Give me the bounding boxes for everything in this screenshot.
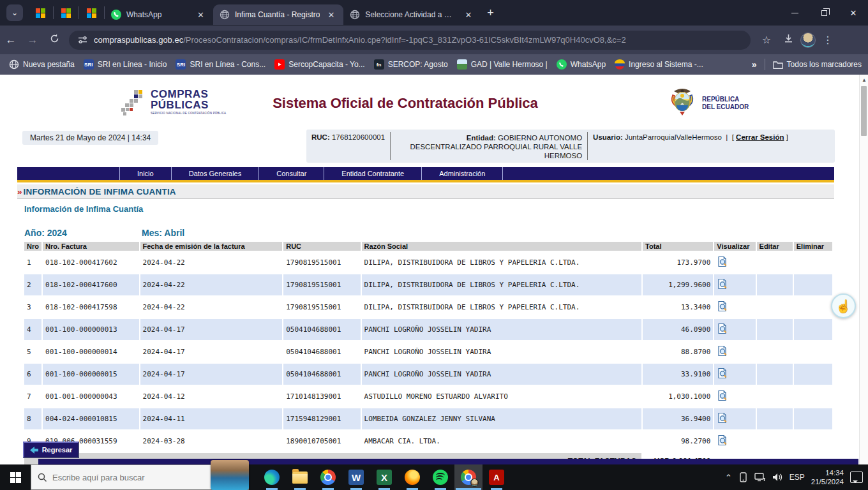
close-tab-icon[interactable]: ✕ — [462, 10, 474, 20]
visualizar-icon[interactable] — [717, 390, 728, 401]
user-label: Usuario: — [593, 133, 623, 141]
tab-search-button[interactable]: ⌄ — [6, 4, 23, 21]
visualizar-icon[interactable] — [717, 301, 728, 312]
menu-item-administracion[interactable]: Administración — [421, 167, 503, 180]
all-bookmarks-button[interactable]: Todos los marcadores — [773, 60, 862, 69]
downloads-icon[interactable] — [779, 33, 798, 47]
bookmark-label: Ingreso al Sistema -... — [629, 60, 703, 69]
volume-icon[interactable] — [772, 473, 783, 482]
site-settings-icon[interactable] — [78, 35, 87, 45]
cell-editar — [757, 431, 793, 452]
taskbar-clock[interactable]: 14:34 21/5/2024 — [811, 468, 844, 486]
menu-item-consultar[interactable]: Consultar — [258, 167, 324, 180]
visualizar-icon[interactable] — [717, 278, 728, 290]
close-tab-icon[interactable]: ✕ — [195, 10, 207, 20]
close-tab-icon[interactable]: ✕ — [325, 10, 337, 20]
search-input[interactable] — [52, 473, 206, 482]
visualizar-icon[interactable] — [717, 434, 728, 446]
forward-icon[interactable]: → — [22, 34, 43, 47]
bookmark-sri-inicio[interactable]: SRI SRI en Línea - Inicio — [84, 59, 167, 70]
spotify-icon — [433, 470, 448, 485]
cell-nro-factura: 018-102-000417602 — [43, 252, 138, 273]
cell-razon-social: ASTUDILLO MORENO ESTUARDO ALVARITO — [362, 386, 641, 407]
back-icon[interactable]: ← — [0, 34, 22, 47]
cell-visualizar — [714, 431, 755, 452]
bookmark-sercop-agosto[interactable]: fn SERCOP: Agosto — [374, 59, 448, 70]
page-scrollbar[interactable]: ▲ — [859, 75, 868, 464]
profile-avatar[interactable] — [800, 33, 816, 48]
bookmark-label: GAD | Valle Hermoso | — [471, 60, 548, 69]
address-bar[interactable]: compraspublicas.gob.ec/ProcesoContrataci… — [69, 31, 751, 50]
search-highlight-image[interactable] — [211, 460, 249, 490]
tab-seleccione-actividad[interactable]: Seleccione Actividad a modifica ✕ — [343, 4, 481, 25]
taskbar-acrobat[interactable]: A — [483, 464, 511, 490]
bookmarks-overflow-icon[interactable]: » — [752, 59, 757, 70]
restore-button[interactable] — [809, 0, 839, 26]
whatsapp-icon — [557, 59, 567, 70]
cell-ruc: 1790819515001 — [283, 252, 360, 273]
menu-item-inicio[interactable]: Inicio — [119, 167, 171, 180]
bookmark-star-icon[interactable]: ☆ — [757, 34, 776, 46]
tab-infima-cuantia[interactable]: Infima Cuantía - Registro ✕ — [213, 4, 343, 25]
microsoft-pinned-tab-icon[interactable] — [87, 8, 96, 18]
phone-link-icon[interactable] — [738, 472, 748, 482]
search-icon — [38, 473, 47, 482]
cell-fecha: 2024-04-12 — [140, 386, 283, 407]
datetime-box: Martes 21 de Mayo de 2024 | 14:34 — [22, 131, 158, 145]
minimize-button[interactable] — [780, 0, 809, 26]
bookmark-sri-consultas[interactable]: SRI SRI en Línea - Cons... — [176, 59, 266, 70]
header-ruc: RUC — [283, 242, 360, 251]
ruc-label: RUC: — [311, 133, 330, 141]
microsoft-pinned-tab-icon[interactable] — [36, 8, 45, 18]
language-indicator[interactable]: ESP — [789, 473, 805, 482]
action-center-icon[interactable] — [850, 471, 863, 483]
menu-item-datos-generales[interactable]: Datos Generales — [171, 167, 259, 180]
menu-item-entidad-contratante[interactable]: Entidad Contratante — [324, 167, 421, 180]
cell-nro-factura: 018-102-000417600 — [43, 274, 138, 295]
close-window-button[interactable]: ✕ — [839, 0, 868, 26]
table-row: 5 001-100-000000014 2024-04-17 050410468… — [24, 341, 832, 362]
bookmark-ingreso-sistema[interactable]: Ingreso al Sistema -... — [615, 59, 703, 70]
taskbar-spotify[interactable] — [426, 464, 454, 490]
taskbar-excel[interactable]: X — [370, 464, 398, 490]
bookmark-gad-valle-hermoso[interactable]: GAD | Valle Hermoso | — [457, 59, 548, 70]
new-tab-button[interactable]: + — [487, 6, 494, 20]
cell-nro: 3 — [24, 297, 41, 318]
reload-icon[interactable] — [43, 33, 65, 47]
cell-editar — [757, 408, 793, 429]
taskbar-firefox[interactable] — [398, 464, 426, 490]
regresar-button[interactable]: Regresar — [23, 442, 79, 458]
taskbar-edge[interactable] — [258, 464, 286, 490]
visualizar-icon[interactable] — [717, 368, 728, 379]
republic-ecuador-logo: REPÚBLICA DEL ECUADOR — [668, 87, 749, 119]
logout-link[interactable]: Cerrar Sesión — [736, 133, 784, 141]
cell-eliminar — [794, 364, 832, 385]
taskbar-file-explorer[interactable] — [286, 464, 314, 490]
browser-menu-icon[interactable]: ⋮ — [818, 34, 837, 46]
start-button[interactable] — [0, 464, 31, 490]
cell-visualizar — [714, 252, 755, 273]
scrollbar-thumb[interactable] — [861, 86, 867, 136]
network-icon[interactable] — [754, 473, 766, 482]
visualizar-icon[interactable] — [717, 412, 728, 424]
tab-whatsapp[interactable]: WhatsApp ✕ — [105, 4, 213, 25]
header-fecha-emision: Fecha de emisión de la factura — [140, 242, 283, 251]
microsoft-pinned-tab-icon[interactable] — [61, 8, 71, 18]
windows-logo-icon — [10, 472, 21, 483]
scroll-up-arrow[interactable]: ▲ — [862, 77, 867, 83]
visualizar-icon[interactable] — [717, 323, 728, 334]
visualizar-icon[interactable] — [717, 345, 728, 357]
bookmark-whatsapp[interactable]: WhatsApp — [557, 59, 606, 70]
ruc-block: RUC: 1768120600001 — [311, 132, 385, 160]
header-total: Total — [643, 242, 713, 251]
bookmark-sercopcapacita[interactable]: SercopCapacita - Yo... — [274, 59, 364, 70]
taskbar-word[interactable]: W — [342, 464, 370, 490]
taskbar-chrome-active[interactable] — [454, 464, 483, 490]
taskbar-chrome[interactable] — [314, 464, 342, 490]
hidden-icons-chevron[interactable]: ⌃ — [725, 473, 732, 482]
visualizar-icon[interactable] — [717, 256, 728, 267]
bookmark-nueva-pestana[interactable]: Nueva pestaña — [9, 59, 75, 70]
cell-eliminar — [794, 431, 832, 452]
accessibility-widget[interactable]: ☝ — [831, 293, 856, 318]
taskbar-search[interactable] — [31, 464, 249, 490]
